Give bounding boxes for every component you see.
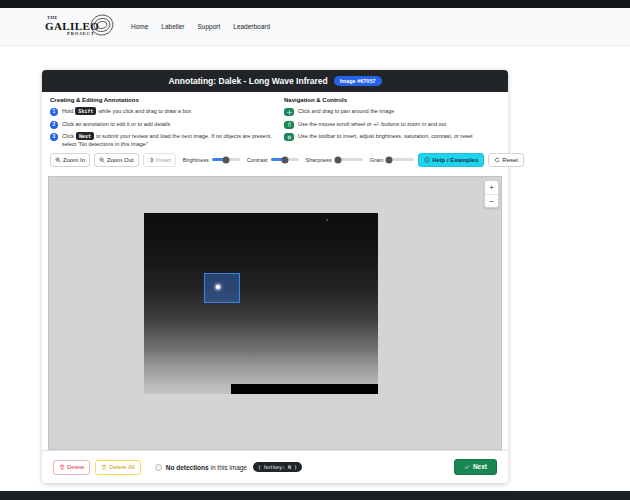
- contrast-slider-group: Contrast: [247, 157, 299, 163]
- contrast-label: Contrast: [247, 157, 268, 163]
- step-1-badge: 1: [50, 108, 58, 116]
- top-chrome-bar: [0, 0, 630, 8]
- footer-bar: [0, 491, 630, 500]
- delete-button[interactable]: Delete: [53, 460, 90, 475]
- navigation-controls-column: Navigation & Controls Click and drag to …: [284, 97, 500, 152]
- mouse-scroll-icon: [284, 121, 294, 129]
- nav-item-labeller[interactable]: Labeller: [161, 23, 184, 30]
- orbit-rings-icon: [89, 12, 115, 38]
- brightness-slider-group: Brightness: [183, 157, 240, 163]
- instruction-item: Click and drag to pan around the image: [284, 107, 500, 116]
- instruction-text: ClickNextto submit your review and load …: [62, 132, 276, 149]
- card-header: Annotating: Dalek - Long Wave Infrared I…: [42, 70, 508, 92]
- infrared-image[interactable]: [144, 213, 378, 394]
- instruction-item: Use the mouse scroll wheel or +/- button…: [284, 120, 500, 129]
- instruction-item: Use the toolbar to invert, adjust bright…: [284, 132, 500, 141]
- check-icon: [464, 464, 470, 470]
- sharpness-label: Sharpness: [306, 157, 332, 163]
- contrast-slider[interactable]: [271, 158, 299, 161]
- instruction-text: HoldShiftwhile you click and drag to dra…: [62, 107, 191, 115]
- magnifier-plus-icon: [55, 157, 61, 163]
- annotation-canvas[interactable]: + −: [48, 176, 502, 450]
- annotation-box[interactable]: [204, 273, 240, 303]
- magnifier-minus-icon: [99, 157, 105, 163]
- action-bar: Delete Delete All No detections in this …: [42, 450, 508, 483]
- reset-icon: [494, 157, 500, 163]
- pan-icon: [284, 108, 294, 116]
- image-toolbar: Zoom In Zoom Out Invert Brightness Contr…: [50, 151, 500, 168]
- image-speck: [326, 219, 328, 221]
- next-button[interactable]: Next: [454, 459, 497, 476]
- grain-label: Grain: [370, 157, 383, 163]
- instruction-item: 1 HoldShiftwhile you click and drag to d…: [50, 107, 276, 116]
- reset-button[interactable]: Reset: [488, 153, 524, 167]
- nav-links: Home Labeller Support Leaderboard: [131, 23, 270, 30]
- sharpness-slider-group: Sharpness: [306, 157, 363, 163]
- trash-icon: [59, 464, 65, 470]
- no-detections-label: No detections in this image: [166, 464, 247, 471]
- step-2-badge: 2: [50, 121, 58, 129]
- instruction-text: Click and drag to pan around the image: [298, 107, 394, 115]
- instruction-text: Use the toolbar to invert, adjust bright…: [298, 132, 473, 140]
- canvas-zoom-control: + −: [484, 180, 499, 208]
- navigation-controls-title: Navigation & Controls: [284, 97, 500, 103]
- creating-editing-title: Creating & Editing Annotations: [50, 97, 276, 103]
- creating-editing-column: Creating & Editing Annotations 1 HoldShi…: [50, 97, 284, 152]
- instructions-section: Creating & Editing Annotations 1 HoldShi…: [50, 97, 500, 152]
- sharpness-slider[interactable]: [335, 158, 363, 161]
- delete-all-button[interactable]: Delete All: [95, 460, 140, 475]
- toolbar-icon: [284, 133, 294, 141]
- page-title: Annotating: Dalek - Long Wave Infrared: [168, 76, 327, 86]
- help-examples-button[interactable]: Help / Examples: [418, 153, 484, 167]
- invert-icon: [148, 157, 154, 163]
- canvas-zoom-in-button[interactable]: +: [485, 181, 498, 194]
- image-id-badge: Image #67057: [334, 76, 382, 86]
- trash-all-icon: [101, 464, 107, 470]
- image-black-strip: [231, 384, 378, 394]
- invert-button[interactable]: Invert: [143, 153, 176, 167]
- grain-slider[interactable]: [386, 158, 414, 161]
- shift-key-badge: Shift: [75, 107, 96, 115]
- canvas-zoom-out-button[interactable]: −: [485, 194, 498, 207]
- brightness-slider-knob[interactable]: [222, 156, 229, 163]
- grain-slider-group: Grain: [370, 157, 414, 163]
- hotkey-badge: ( hotkey: N ): [253, 462, 302, 472]
- step-3-badge: 3: [50, 133, 58, 141]
- instruction-item: 3 ClickNextto submit your review and loa…: [50, 132, 276, 149]
- brightness-label: Brightness: [183, 157, 209, 163]
- detection-dot: [216, 285, 220, 289]
- instruction-text: Click an annotation to edit it or to add…: [62, 120, 170, 128]
- annotation-card: Annotating: Dalek - Long Wave Infrared I…: [42, 70, 508, 483]
- nav-item-leaderboard[interactable]: Leaderboard: [233, 23, 270, 30]
- galileo-project-logo[interactable]: THE GALILEO PROJECT: [45, 14, 111, 40]
- nav-item-support[interactable]: Support: [197, 23, 220, 30]
- nav-item-home[interactable]: Home: [131, 23, 148, 30]
- info-icon: [424, 157, 430, 163]
- instruction-item: 2 Click an annotation to edit it or to a…: [50, 120, 276, 129]
- grain-slider-knob[interactable]: [386, 156, 393, 163]
- zoom-out-button[interactable]: Zoom Out: [94, 153, 139, 167]
- no-detections-toggle[interactable]: No detections in this image ( hotkey: N …: [155, 462, 302, 472]
- next-key-badge: Next: [76, 132, 94, 140]
- contrast-slider-knob[interactable]: [281, 156, 288, 163]
- zoom-in-button[interactable]: Zoom In: [50, 153, 90, 167]
- brightness-slider[interactable]: [212, 158, 240, 161]
- no-detections-radio[interactable]: [155, 464, 162, 471]
- instruction-text: Use the mouse scroll wheel or +/- button…: [298, 120, 446, 128]
- sharpness-slider-knob[interactable]: [334, 156, 341, 163]
- page: THE GALILEO PROJECT Home Labeller Suppor…: [0, 0, 630, 500]
- navbar: THE GALILEO PROJECT Home Labeller Suppor…: [0, 8, 630, 46]
